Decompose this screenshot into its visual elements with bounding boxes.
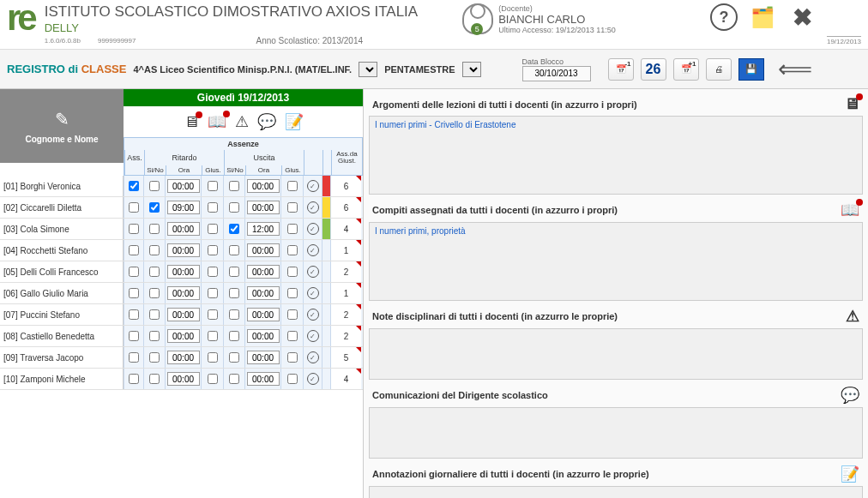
exit-time-input[interactable] bbox=[247, 201, 280, 214]
exit-just-checkbox[interactable] bbox=[287, 331, 298, 341]
exit-time-input[interactable] bbox=[247, 372, 280, 386]
exit-just-checkbox[interactable] bbox=[287, 288, 298, 298]
annotations-icon[interactable]: 📝 bbox=[285, 112, 304, 131]
lessons-icon[interactable]: 🖥 bbox=[184, 113, 199, 131]
late-time-input[interactable] bbox=[167, 372, 200, 386]
absence-checkbox[interactable] bbox=[129, 224, 139, 234]
exit-checkbox[interactable] bbox=[229, 181, 239, 191]
absence-checkbox[interactable] bbox=[129, 245, 139, 255]
class-dropdown[interactable] bbox=[359, 62, 377, 77]
late-checkbox[interactable] bbox=[149, 374, 160, 384]
late-time-input[interactable] bbox=[167, 329, 200, 343]
save-button[interactable]: 💾 bbox=[738, 58, 764, 81]
confirm-icon[interactable]: ✓ bbox=[307, 223, 319, 235]
exit-checkbox[interactable] bbox=[229, 309, 239, 320]
confirm-icon[interactable]: ✓ bbox=[307, 309, 319, 321]
exit-time-input[interactable] bbox=[247, 243, 280, 257]
exit-checkbox[interactable] bbox=[229, 267, 239, 277]
lessons-panel-icon[interactable]: 🖥 bbox=[844, 95, 859, 113]
late-just-checkbox[interactable] bbox=[208, 181, 218, 191]
late-checkbox[interactable] bbox=[149, 267, 160, 277]
late-checkbox[interactable] bbox=[149, 224, 160, 234]
panel-note-body[interactable] bbox=[369, 328, 863, 380]
late-just-checkbox[interactable] bbox=[208, 224, 218, 234]
exit-just-checkbox[interactable] bbox=[287, 352, 298, 363]
late-just-checkbox[interactable] bbox=[208, 267, 218, 277]
absence-checkbox[interactable] bbox=[129, 288, 139, 298]
exit-checkbox[interactable] bbox=[229, 224, 239, 234]
exit-time-input[interactable] bbox=[247, 308, 280, 321]
exit-time-input[interactable] bbox=[247, 286, 280, 300]
confirm-icon[interactable]: ✓ bbox=[307, 180, 319, 192]
exit-just-checkbox[interactable] bbox=[287, 245, 298, 255]
next-day-button[interactable]: 📅+1 bbox=[673, 58, 699, 81]
late-time-input[interactable] bbox=[167, 308, 200, 321]
late-just-checkbox[interactable] bbox=[208, 245, 218, 255]
exit-just-checkbox[interactable] bbox=[287, 224, 298, 234]
export-icon[interactable]: 🗂️ bbox=[750, 3, 777, 31]
exit-checkbox[interactable] bbox=[229, 202, 239, 213]
homework-icon[interactable]: 📖 bbox=[208, 112, 226, 131]
late-checkbox[interactable] bbox=[149, 245, 160, 255]
warning-icon[interactable]: ⚠ bbox=[235, 112, 249, 131]
late-time-input[interactable] bbox=[167, 286, 200, 300]
exit-time-input[interactable] bbox=[247, 179, 280, 193]
exit-checkbox[interactable] bbox=[229, 374, 239, 384]
late-just-checkbox[interactable] bbox=[208, 288, 218, 298]
exit-checkbox[interactable] bbox=[229, 352, 239, 363]
panel-argomenti-body[interactable]: I numeri primi - Crivello di Erastotene bbox=[369, 116, 863, 195]
absence-checkbox[interactable] bbox=[129, 331, 139, 341]
help-icon[interactable]: ? bbox=[710, 3, 738, 31]
comm-panel-icon[interactable]: 💬 bbox=[841, 386, 859, 405]
late-time-input[interactable] bbox=[167, 351, 200, 364]
absence-checkbox[interactable] bbox=[129, 267, 139, 277]
notes-icon[interactable]: 💬 bbox=[257, 112, 276, 131]
today-button[interactable]: 26 bbox=[641, 58, 666, 81]
late-checkbox[interactable] bbox=[149, 309, 160, 320]
data-blocco-input[interactable] bbox=[522, 66, 591, 81]
exit-just-checkbox[interactable] bbox=[287, 202, 298, 213]
confirm-icon[interactable]: ✓ bbox=[307, 266, 319, 278]
absence-checkbox[interactable] bbox=[129, 352, 139, 363]
late-just-checkbox[interactable] bbox=[208, 202, 218, 213]
confirm-icon[interactable]: ✓ bbox=[307, 351, 319, 363]
panel-comunicazioni-body[interactable] bbox=[369, 407, 863, 459]
back-arrow-icon[interactable]: ⟸ bbox=[778, 55, 812, 83]
exit-checkbox[interactable] bbox=[229, 331, 239, 341]
absence-checkbox[interactable] bbox=[129, 202, 139, 213]
late-just-checkbox[interactable] bbox=[208, 309, 218, 320]
confirm-icon[interactable]: ✓ bbox=[307, 244, 319, 256]
exit-just-checkbox[interactable] bbox=[287, 267, 298, 277]
confirm-icon[interactable]: ✓ bbox=[307, 287, 319, 299]
print-button[interactable]: 🖨 bbox=[706, 58, 732, 81]
exit-checkbox[interactable] bbox=[229, 245, 239, 255]
absence-checkbox[interactable] bbox=[129, 374, 139, 384]
exit-time-input[interactable] bbox=[247, 222, 280, 236]
exit-just-checkbox[interactable] bbox=[287, 374, 298, 384]
late-time-input[interactable] bbox=[167, 265, 200, 279]
panel-annotazioni-body[interactable] bbox=[369, 486, 863, 498]
homework-panel-icon[interactable]: 📖 bbox=[841, 201, 859, 219]
absence-checkbox[interactable] bbox=[129, 309, 139, 320]
ann-panel-icon[interactable]: 📝 bbox=[841, 465, 859, 483]
exit-just-checkbox[interactable] bbox=[287, 181, 298, 191]
confirm-icon[interactable]: ✓ bbox=[307, 201, 319, 213]
late-time-input[interactable] bbox=[167, 179, 200, 193]
exit-checkbox[interactable] bbox=[229, 288, 239, 298]
absence-checkbox[interactable] bbox=[129, 181, 139, 191]
late-just-checkbox[interactable] bbox=[208, 352, 218, 363]
notes-panel-icon[interactable]: ⚠ bbox=[846, 307, 859, 326]
exit-time-input[interactable] bbox=[247, 351, 280, 364]
period-dropdown[interactable] bbox=[462, 62, 481, 77]
prev-day-button[interactable]: 📅-1 bbox=[608, 58, 634, 81]
late-just-checkbox[interactable] bbox=[208, 374, 218, 384]
exit-time-input[interactable] bbox=[247, 265, 280, 279]
confirm-icon[interactable]: ✓ bbox=[307, 330, 319, 342]
late-checkbox[interactable] bbox=[149, 202, 160, 213]
late-time-input[interactable] bbox=[167, 222, 200, 236]
exit-time-input[interactable] bbox=[247, 329, 280, 343]
late-just-checkbox[interactable] bbox=[208, 331, 218, 341]
close-icon[interactable]: ✖ bbox=[789, 3, 817, 31]
confirm-icon[interactable]: ✓ bbox=[307, 373, 319, 385]
late-time-input[interactable] bbox=[167, 243, 200, 257]
